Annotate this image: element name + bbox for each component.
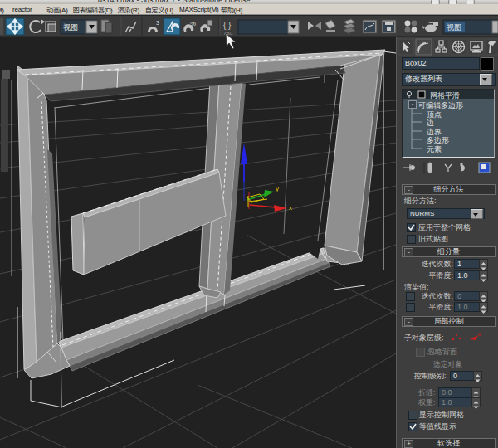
svg-text:视图: 视图: [63, 23, 78, 32]
svg-text:视图: 视图: [447, 23, 461, 32]
svg-text:{ }: { }: [223, 21, 232, 30]
svg-text:y: y: [276, 185, 279, 192]
svg-text:3: 3: [156, 20, 159, 26]
svg-text:x: x: [289, 204, 292, 212]
svg-text:%: %: [190, 20, 196, 27]
